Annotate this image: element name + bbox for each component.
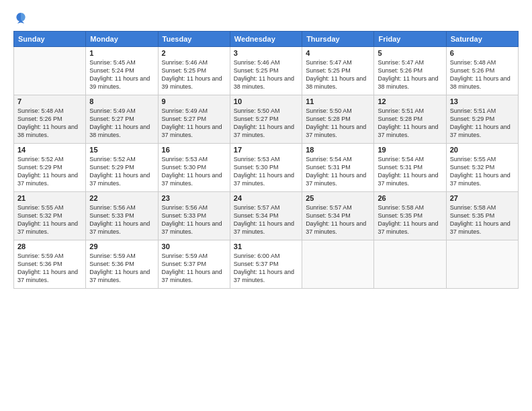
- week-row-3: 14Sunrise: 5:52 AMSunset: 5:29 PMDayligh…: [14, 144, 519, 192]
- day-number: 16: [162, 146, 226, 154]
- day-number: 2: [162, 49, 226, 57]
- day-cell: [446, 240, 518, 289]
- day-cell: 3Sunrise: 5:46 AMSunset: 5:25 PMDaylight…: [230, 47, 302, 95]
- day-info: Sunrise: 5:50 AMSunset: 5:28 PMDaylight:…: [306, 107, 370, 140]
- day-number: 3: [234, 49, 298, 57]
- day-info: Sunrise: 5:58 AMSunset: 5:35 PMDaylight:…: [378, 203, 442, 236]
- col-header-tuesday: Tuesday: [158, 32, 230, 47]
- day-number: 14: [17, 146, 82, 154]
- day-info: Sunrise: 5:53 AMSunset: 5:30 PMDaylight:…: [234, 155, 298, 188]
- day-info: Sunrise: 5:48 AMSunset: 5:26 PMDaylight:…: [450, 58, 515, 91]
- day-info: Sunrise: 5:52 AMSunset: 5:29 PMDaylight:…: [89, 155, 154, 188]
- day-number: 8: [89, 97, 154, 105]
- day-cell: 22Sunrise: 5:56 AMSunset: 5:33 PMDayligh…: [86, 192, 158, 240]
- day-info: Sunrise: 6:00 AMSunset: 5:37 PMDaylight:…: [234, 252, 298, 285]
- day-cell: 19Sunrise: 5:54 AMSunset: 5:31 PMDayligh…: [374, 144, 446, 192]
- day-cell: 20Sunrise: 5:55 AMSunset: 5:32 PMDayligh…: [446, 144, 518, 192]
- day-number: 26: [378, 194, 442, 202]
- day-info: Sunrise: 5:58 AMSunset: 5:35 PMDaylight:…: [450, 203, 515, 236]
- week-row-2: 7Sunrise: 5:48 AMSunset: 5:26 PMDaylight…: [14, 95, 519, 144]
- day-cell: 9Sunrise: 5:49 AMSunset: 5:27 PMDaylight…: [158, 95, 230, 144]
- day-info: Sunrise: 5:59 AMSunset: 5:36 PMDaylight:…: [17, 252, 82, 285]
- day-info: Sunrise: 5:54 AMSunset: 5:31 PMDaylight:…: [306, 155, 370, 188]
- day-cell: 16Sunrise: 5:53 AMSunset: 5:30 PMDayligh…: [158, 144, 230, 192]
- day-info: Sunrise: 5:51 AMSunset: 5:29 PMDaylight:…: [450, 107, 515, 140]
- page: SundayMondayTuesdayWednesdayThursdayFrid…: [0, 0, 532, 411]
- day-info: Sunrise: 5:56 AMSunset: 5:33 PMDaylight:…: [162, 203, 226, 236]
- day-number: 4: [306, 49, 370, 57]
- col-header-sunday: Sunday: [14, 32, 86, 47]
- day-cell: 15Sunrise: 5:52 AMSunset: 5:29 PMDayligh…: [86, 144, 158, 192]
- day-info: Sunrise: 5:59 AMSunset: 5:37 PMDaylight:…: [162, 252, 226, 285]
- day-cell: 12Sunrise: 5:51 AMSunset: 5:28 PMDayligh…: [374, 95, 446, 144]
- day-number: 21: [17, 194, 82, 202]
- day-info: Sunrise: 5:55 AMSunset: 5:32 PMDaylight:…: [450, 155, 515, 188]
- day-cell: 27Sunrise: 5:58 AMSunset: 5:35 PMDayligh…: [446, 192, 518, 240]
- day-cell: 4Sunrise: 5:47 AMSunset: 5:25 PMDaylight…: [302, 47, 374, 95]
- day-info: Sunrise: 5:49 AMSunset: 5:27 PMDaylight:…: [162, 107, 226, 140]
- day-cell: 5Sunrise: 5:47 AMSunset: 5:26 PMDaylight…: [374, 47, 446, 95]
- day-cell: 13Sunrise: 5:51 AMSunset: 5:29 PMDayligh…: [446, 95, 518, 144]
- day-number: 12: [378, 97, 442, 105]
- calendar-body: 1Sunrise: 5:45 AMSunset: 5:24 PMDaylight…: [14, 47, 519, 289]
- day-info: Sunrise: 5:46 AMSunset: 5:25 PMDaylight:…: [234, 58, 298, 91]
- day-cell: 23Sunrise: 5:56 AMSunset: 5:33 PMDayligh…: [158, 192, 230, 240]
- day-number: 23: [162, 194, 226, 202]
- day-cell: 14Sunrise: 5:52 AMSunset: 5:29 PMDayligh…: [14, 144, 86, 192]
- day-number: 17: [234, 146, 298, 154]
- day-number: 1: [89, 49, 154, 57]
- day-number: 13: [450, 97, 515, 105]
- day-number: 24: [234, 194, 298, 202]
- day-number: 19: [378, 146, 442, 154]
- day-cell: 17Sunrise: 5:53 AMSunset: 5:30 PMDayligh…: [230, 144, 302, 192]
- header: [13, 11, 519, 26]
- day-number: 20: [450, 146, 515, 154]
- day-number: 25: [306, 194, 370, 202]
- day-number: 22: [89, 194, 154, 202]
- day-number: 7: [17, 97, 82, 105]
- day-cell: [14, 47, 86, 95]
- day-number: 29: [89, 242, 154, 250]
- day-info: Sunrise: 5:57 AMSunset: 5:34 PMDaylight:…: [306, 203, 370, 236]
- calendar: SundayMondayTuesdayWednesdayThursdayFrid…: [13, 31, 519, 289]
- day-number: 5: [378, 49, 442, 57]
- day-number: 11: [306, 97, 370, 105]
- day-number: 18: [306, 146, 370, 154]
- day-number: 30: [162, 242, 226, 250]
- day-info: Sunrise: 5:59 AMSunset: 5:36 PMDaylight:…: [89, 252, 154, 285]
- day-number: 31: [234, 242, 298, 250]
- day-info: Sunrise: 5:56 AMSunset: 5:33 PMDaylight:…: [89, 203, 154, 236]
- day-info: Sunrise: 5:48 AMSunset: 5:26 PMDaylight:…: [17, 107, 82, 140]
- day-cell: [374, 240, 446, 289]
- day-cell: 28Sunrise: 5:59 AMSunset: 5:36 PMDayligh…: [14, 240, 86, 289]
- col-header-wednesday: Wednesday: [230, 32, 302, 47]
- day-info: Sunrise: 5:49 AMSunset: 5:27 PMDaylight:…: [89, 107, 154, 140]
- day-info: Sunrise: 5:46 AMSunset: 5:25 PMDaylight:…: [162, 58, 226, 91]
- day-info: Sunrise: 5:51 AMSunset: 5:28 PMDaylight:…: [378, 107, 442, 140]
- day-cell: 29Sunrise: 5:59 AMSunset: 5:36 PMDayligh…: [86, 240, 158, 289]
- day-info: Sunrise: 5:45 AMSunset: 5:24 PMDaylight:…: [89, 58, 154, 91]
- day-cell: 10Sunrise: 5:50 AMSunset: 5:27 PMDayligh…: [230, 95, 302, 144]
- col-header-friday: Friday: [374, 32, 446, 47]
- col-header-saturday: Saturday: [446, 32, 518, 47]
- day-number: 6: [450, 49, 515, 57]
- day-cell: 18Sunrise: 5:54 AMSunset: 5:31 PMDayligh…: [302, 144, 374, 192]
- week-row-4: 21Sunrise: 5:55 AMSunset: 5:32 PMDayligh…: [14, 192, 519, 240]
- day-cell: 21Sunrise: 5:55 AMSunset: 5:32 PMDayligh…: [14, 192, 86, 240]
- day-cell: 8Sunrise: 5:49 AMSunset: 5:27 PMDaylight…: [86, 95, 158, 144]
- week-row-1: 1Sunrise: 5:45 AMSunset: 5:24 PMDaylight…: [14, 47, 519, 95]
- week-row-5: 28Sunrise: 5:59 AMSunset: 5:36 PMDayligh…: [14, 240, 519, 289]
- logo-icon: [13, 11, 28, 26]
- day-cell: [302, 240, 374, 289]
- day-cell: 1Sunrise: 5:45 AMSunset: 5:24 PMDaylight…: [86, 47, 158, 95]
- day-cell: 25Sunrise: 5:57 AMSunset: 5:34 PMDayligh…: [302, 192, 374, 240]
- day-cell: 26Sunrise: 5:58 AMSunset: 5:35 PMDayligh…: [374, 192, 446, 240]
- logo: [13, 11, 31, 26]
- day-info: Sunrise: 5:52 AMSunset: 5:29 PMDaylight:…: [17, 155, 82, 188]
- header-row: SundayMondayTuesdayWednesdayThursdayFrid…: [14, 32, 519, 47]
- day-cell: 7Sunrise: 5:48 AMSunset: 5:26 PMDaylight…: [14, 95, 86, 144]
- day-cell: 24Sunrise: 5:57 AMSunset: 5:34 PMDayligh…: [230, 192, 302, 240]
- day-info: Sunrise: 5:50 AMSunset: 5:27 PMDaylight:…: [234, 107, 298, 140]
- col-header-monday: Monday: [86, 32, 158, 47]
- calendar-header: SundayMondayTuesdayWednesdayThursdayFrid…: [14, 32, 519, 47]
